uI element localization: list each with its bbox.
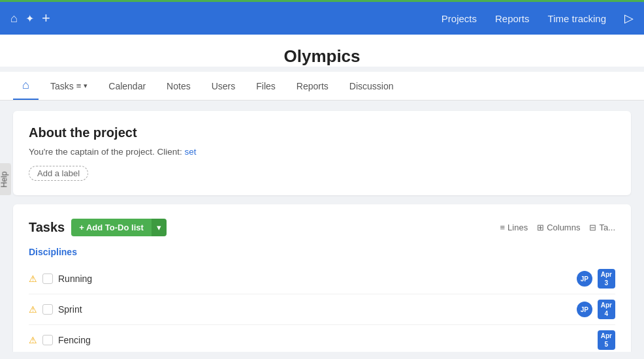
warning-icon-fencing: ⚠ (29, 335, 37, 345)
tasks-card: Tasks + Add To-Do list ▾ ≡ Lines ⊞ Colum… (13, 204, 631, 352)
tab-bar: ⌂ Tasks ≡ ▾ Calendar Notes Users Files R… (0, 72, 644, 101)
date-badge-running: Apr 3 (598, 269, 615, 289)
about-project-card: About the project You're the captain of … (13, 111, 631, 195)
avatar-sprint: JP (577, 302, 592, 317)
help-tab[interactable]: Help (0, 164, 11, 196)
tasks-sort-icon: ≡ (76, 81, 82, 91)
top-nav: ⌂ ✦ + Projects Reports Time tracking ▷ (0, 2, 644, 35)
nav-reports[interactable]: Reports (495, 13, 530, 24)
task-checkbox-sprint[interactable] (42, 304, 53, 315)
lines-icon: ≡ (500, 223, 505, 232)
nav-time-tracking[interactable]: Time tracking (548, 13, 606, 24)
lines-view-button[interactable]: ≡ Lines (500, 223, 528, 232)
date-badge-sprint: Apr 4 (598, 300, 615, 319)
add-todo-button[interactable]: + Add To-Do list (71, 219, 152, 236)
play-icon[interactable]: ▷ (624, 11, 634, 25)
notes-tab-label: Notes (167, 81, 191, 91)
table-icon: ⊟ (589, 223, 596, 232)
disciplines-title: Disciplines (29, 247, 615, 257)
task-checkbox-running[interactable] (42, 273, 53, 284)
nav-left: ⌂ ✦ + (10, 10, 50, 27)
reports-tab-label: Reports (297, 81, 329, 91)
tab-notes[interactable]: Notes (157, 74, 200, 98)
tasks-dropdown-icon: ▾ (84, 82, 88, 90)
tab-calendar[interactable]: Calendar (99, 74, 155, 98)
about-project-description: You're the captain of the project. Clien… (29, 147, 615, 157)
warning-icon-running: ⚠ (29, 273, 37, 284)
task-row: ⚠ Sprint JP Apr 4 (29, 294, 615, 325)
add-todo-dropdown-button[interactable]: ▾ (152, 219, 167, 236)
disciplines-group: Disciplines ⚠ Running JP Apr 3 ⚠ Sprint … (29, 247, 615, 352)
columns-label: Columns (547, 223, 580, 232)
date-month-sprint: Apr (601, 301, 612, 309)
tab-tasks[interactable]: Tasks ≡ ▾ (41, 74, 97, 98)
tab-files[interactable]: Files (247, 74, 285, 98)
task-row: ⚠ Fencing Apr 5 (29, 325, 615, 352)
date-month-fencing: Apr (601, 332, 612, 340)
home-tab-icon: ⌂ (22, 78, 29, 92)
table-label: Ta... (599, 223, 615, 232)
date-num-fencing: 5 (601, 340, 612, 349)
project-title-area: Olympics (0, 35, 644, 67)
tab-reports[interactable]: Reports (287, 74, 338, 98)
lines-label: Lines (507, 223, 528, 232)
date-badge-fencing: Apr 5 (598, 330, 615, 350)
task-name-running: Running (58, 273, 572, 284)
nav-right: Projects Reports Time tracking ▷ (442, 11, 634, 25)
tasks-tab-label: Tasks (50, 81, 74, 91)
about-project-title: About the project (29, 125, 615, 140)
columns-icon: ⊞ (537, 223, 544, 232)
settings-icon[interactable]: ✦ (25, 12, 34, 25)
help-label: Help (0, 172, 8, 188)
client-set-link[interactable]: set (185, 147, 197, 157)
add-todo-group: + Add To-Do list ▾ (71, 219, 167, 236)
users-tab-label: Users (212, 81, 236, 91)
date-month-running: Apr (601, 270, 612, 279)
task-name-fencing: Fencing (58, 335, 592, 345)
main-content: About the project You're the captain of … (0, 101, 644, 352)
home-nav-icon[interactable]: ⌂ (10, 12, 18, 25)
date-num-sprint: 4 (601, 309, 612, 318)
view-options: ≡ Lines ⊞ Columns ⊟ Ta... (500, 223, 615, 232)
files-tab-label: Files (256, 81, 276, 91)
description-text: You're the captain of the project. Clien… (29, 147, 182, 157)
tab-home[interactable]: ⌂ (13, 72, 39, 100)
project-title: Olympics (0, 46, 644, 67)
columns-view-button[interactable]: ⊞ Columns (537, 223, 580, 232)
table-view-button[interactable]: ⊟ Ta... (589, 223, 615, 232)
calendar-tab-label: Calendar (108, 81, 146, 91)
tab-discussion[interactable]: Discussion (340, 74, 403, 98)
warning-icon-sprint: ⚠ (29, 304, 37, 315)
task-row: ⚠ Running JP Apr 3 (29, 264, 615, 294)
tab-users[interactable]: Users (202, 74, 245, 98)
task-name-sprint: Sprint (58, 304, 572, 315)
add-label-button[interactable]: Add a label (29, 166, 88, 181)
add-icon[interactable]: + (42, 10, 50, 27)
nav-projects[interactable]: Projects (442, 13, 477, 24)
task-checkbox-fencing[interactable] (42, 335, 53, 345)
discussion-tab-label: Discussion (349, 81, 394, 91)
avatar-running: JP (577, 271, 592, 287)
tasks-header: Tasks + Add To-Do list ▾ ≡ Lines ⊞ Colum… (29, 219, 615, 236)
date-num-running: 3 (601, 279, 612, 287)
tasks-section-title: Tasks (29, 220, 65, 235)
